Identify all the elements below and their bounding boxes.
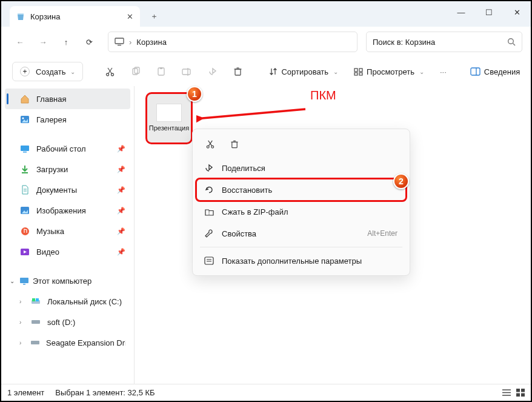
- refresh-button[interactable]: ⟳: [79, 32, 99, 52]
- ctx-item-zip[interactable]: Сжать в ZIP-файл: [196, 201, 406, 223]
- svg-rect-36: [32, 298, 35, 301]
- details-pane-button[interactable]: Сведения: [464, 64, 527, 79]
- annotation-arrow: [196, 106, 311, 124]
- sidebar-item-images[interactable]: Изображения 📌: [5, 200, 130, 221]
- share-icon: [204, 163, 214, 173]
- back-button[interactable]: ←: [10, 32, 30, 52]
- ctx-item-properties[interactable]: Свойства Alt+Enter: [196, 223, 406, 244]
- window-controls: — ☐ ✕: [447, 1, 531, 23]
- sidebar-item-gallery[interactable]: Галерея: [5, 109, 130, 130]
- music-icon: [19, 227, 30, 236]
- sidebar-item-downloads[interactable]: Загрузки 📌: [5, 159, 130, 179]
- sidebar-item-drive-ext[interactable]: › Seagate Expansion Drive (I: [16, 332, 130, 353]
- view-grid-icon[interactable]: [516, 389, 525, 397]
- separator: [200, 247, 402, 247]
- forward-button[interactable]: →: [33, 32, 53, 52]
- svg-rect-20: [359, 73, 362, 75]
- svg-point-2: [508, 39, 514, 44]
- zip-icon: [204, 208, 214, 216]
- svg-rect-37: [36, 298, 39, 301]
- breadcrumb-location: Корзина: [136, 38, 167, 47]
- drive-icon: [30, 340, 40, 346]
- sidebar-item-music[interactable]: Музыка 📌: [5, 221, 130, 241]
- search-input[interactable]: Поиск в: Корзина: [366, 32, 522, 52]
- sidebar-item-drive-d[interactable]: › soft (D:): [16, 312, 130, 332]
- delete-button[interactable]: [228, 62, 247, 81]
- restore-icon: [204, 185, 214, 195]
- svg-rect-19: [354, 73, 357, 75]
- svg-rect-14: [235, 69, 241, 75]
- maximize-button[interactable]: ☐: [475, 1, 503, 23]
- chevron-down-icon: ⌄: [70, 69, 75, 75]
- content-area[interactable]: Презентация 1 ПКМ Поделиться Вос: [135, 86, 531, 384]
- tab-title: Корзина: [30, 12, 61, 21]
- documents-icon: [19, 185, 30, 195]
- svg-rect-0: [115, 38, 124, 44]
- sidebar-item-desktop[interactable]: Рабочий стол 📌: [5, 138, 130, 159]
- chevron-right-icon: ›: [19, 340, 21, 346]
- new-tab-button[interactable]: ＋: [144, 6, 164, 27]
- svg-rect-38: [32, 320, 40, 324]
- cut-button[interactable]: [100, 62, 120, 81]
- chevron-down-icon: ⌄: [8, 278, 16, 284]
- pin-icon: 📌: [117, 166, 125, 173]
- downloads-icon: [19, 165, 30, 174]
- pin-icon: 📌: [117, 145, 125, 153]
- pin-icon: 📌: [117, 248, 125, 256]
- rename-button: [177, 62, 197, 81]
- svg-line-3: [513, 44, 516, 46]
- plus-icon: +: [20, 67, 30, 76]
- sort-button[interactable]: Сортировать ⌄: [264, 62, 343, 81]
- file-thumbnail: [156, 104, 182, 122]
- tab-close-button[interactable]: ✕: [124, 11, 135, 22]
- toolbar: + Создать ⌄ Сортировать ⌄ Просмотреть ⌄ …: [1, 57, 531, 86]
- ctx-item-restore[interactable]: Восстановить: [196, 179, 406, 201]
- explorer-window: Корзина ✕ ＋ — ☐ ✕ ← → ↑ ⟳ › Корзина Поис…: [0, 0, 532, 402]
- minimize-button[interactable]: —: [447, 1, 475, 23]
- sidebar: Главная Галерея Рабочий стол 📌 Загрузки …: [1, 86, 135, 384]
- close-button[interactable]: ✕: [503, 1, 531, 23]
- video-icon: [19, 248, 30, 256]
- status-selection: Выбран 1 элемент: 32,5 КБ: [55, 388, 155, 397]
- ctx-cut-button[interactable]: [200, 135, 221, 153]
- svg-line-40: [202, 109, 305, 118]
- svg-rect-55: [516, 389, 520, 392]
- svg-point-24: [22, 118, 24, 119]
- ctx-item-share[interactable]: Поделиться: [196, 157, 406, 179]
- pin-icon: 📌: [117, 227, 125, 235]
- annotation-label: ПКМ: [310, 89, 336, 102]
- svg-rect-34: [23, 284, 25, 285]
- ctx-delete-button[interactable]: [224, 135, 245, 153]
- view-list-icon[interactable]: [502, 389, 511, 397]
- svg-rect-17: [354, 69, 357, 72]
- svg-rect-58: [521, 394, 525, 397]
- address-bar[interactable]: › Корзина: [108, 32, 357, 52]
- status-count: 1 элемент: [7, 388, 44, 397]
- search-placeholder: Поиск в: Корзина: [373, 38, 435, 47]
- more-button[interactable]: ···: [435, 62, 451, 81]
- view-icon: [354, 68, 363, 76]
- sidebar-group-thispc[interactable]: ⌄ Этот компьютер: [5, 270, 130, 291]
- tab-bar: Корзина ✕ ＋ — ☐ ✕: [1, 1, 531, 27]
- svg-rect-21: [471, 68, 480, 75]
- ctx-item-more-options[interactable]: Показать дополнительные параметры: [196, 250, 406, 272]
- nav-row: ← → ↑ ⟳ › Корзина Поиск в: Корзина: [1, 27, 531, 57]
- pin-icon: 📌: [117, 186, 125, 194]
- svg-rect-18: [359, 69, 362, 72]
- create-button[interactable]: + Создать ⌄: [12, 62, 83, 81]
- tab-recycle-bin[interactable]: Корзина ✕: [10, 6, 140, 27]
- sidebar-item-video[interactable]: Видео 📌: [5, 241, 130, 262]
- desktop-icon: [19, 145, 30, 153]
- chevron-right-icon: ›: [19, 319, 21, 326]
- context-menu-quick-actions: [196, 133, 406, 157]
- sidebar-item-drive-c[interactable]: › Локальный диск (C:): [16, 291, 130, 312]
- sidebar-item-documents[interactable]: Документы 📌: [5, 179, 130, 200]
- sidebar-item-home[interactable]: Главная: [5, 89, 130, 109]
- file-item-presentation[interactable]: Презентация: [145, 92, 193, 144]
- annotation-badge-2: 2: [393, 173, 409, 189]
- up-button[interactable]: ↑: [56, 32, 76, 52]
- svg-point-31: [21, 227, 29, 235]
- paste-button: [151, 62, 171, 81]
- view-button[interactable]: Просмотреть ⌄: [349, 62, 429, 81]
- more-options-icon: [204, 256, 214, 265]
